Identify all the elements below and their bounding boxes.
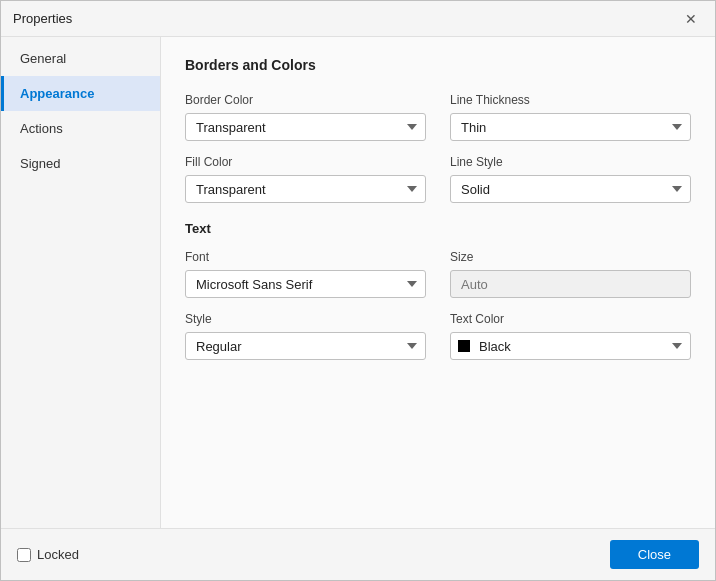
main-content: Borders and Colors Border Color Transpar… xyxy=(161,37,715,528)
text-section-title: Text xyxy=(185,221,691,236)
fill-color-label: Fill Color xyxy=(185,155,426,169)
titlebar: Properties ✕ xyxy=(1,1,715,37)
dialog-footer: Locked Close xyxy=(1,528,715,580)
border-color-label: Border Color xyxy=(185,93,426,107)
sidebar-item-signed[interactable]: Signed xyxy=(1,146,160,181)
window-title: Properties xyxy=(13,11,72,26)
text-color-select-wrapper: Black White Red Blue xyxy=(450,332,691,360)
size-group: Size xyxy=(450,250,691,298)
fill-color-select[interactable]: Transparent White Black Red xyxy=(185,175,426,203)
fill-color-group: Fill Color Transparent White Black Red xyxy=(185,155,426,203)
locked-area: Locked xyxy=(17,547,79,562)
text-color-group: Text Color Black White Red Blue xyxy=(450,312,691,360)
dialog-body: General Appearance Actions Signed Border… xyxy=(1,37,715,528)
style-select[interactable]: Regular Bold Italic Bold Italic xyxy=(185,332,426,360)
borders-colors-grid: Border Color Transparent Black Red Blue … xyxy=(185,93,691,203)
properties-dialog: Properties ✕ General Appearance Actions … xyxy=(0,0,716,581)
border-color-select[interactable]: Transparent Black Red Blue xyxy=(185,113,426,141)
sidebar-item-actions[interactable]: Actions xyxy=(1,111,160,146)
size-input[interactable] xyxy=(450,270,691,298)
style-group: Style Regular Bold Italic Bold Italic xyxy=(185,312,426,360)
font-label: Font xyxy=(185,250,426,264)
line-thickness-group: Line Thickness Thin Medium Thick xyxy=(450,93,691,141)
locked-label: Locked xyxy=(37,547,79,562)
sidebar-item-appearance[interactable]: Appearance xyxy=(1,76,160,111)
line-style-select[interactable]: Solid Dashed Dotted xyxy=(450,175,691,203)
sidebar: General Appearance Actions Signed xyxy=(1,37,161,528)
font-group: Font Microsoft Sans Serif Arial Times Ne… xyxy=(185,250,426,298)
line-style-group: Line Style Solid Dashed Dotted xyxy=(450,155,691,203)
sidebar-item-general[interactable]: General xyxy=(1,41,160,76)
text-color-label: Text Color xyxy=(450,312,691,326)
section-title: Borders and Colors xyxy=(185,57,691,77)
window-close-button[interactable]: ✕ xyxy=(679,7,703,31)
line-thickness-select[interactable]: Thin Medium Thick xyxy=(450,113,691,141)
style-label: Style xyxy=(185,312,426,326)
line-style-label: Line Style xyxy=(450,155,691,169)
border-color-group: Border Color Transparent Black Red Blue xyxy=(185,93,426,141)
size-label: Size xyxy=(450,250,691,264)
locked-checkbox[interactable] xyxy=(17,548,31,562)
text-grid: Font Microsoft Sans Serif Arial Times Ne… xyxy=(185,250,691,360)
line-thickness-label: Line Thickness xyxy=(450,93,691,107)
font-select[interactable]: Microsoft Sans Serif Arial Times New Rom… xyxy=(185,270,426,298)
close-button[interactable]: Close xyxy=(610,540,699,569)
text-color-select[interactable]: Black White Red Blue xyxy=(450,332,691,360)
